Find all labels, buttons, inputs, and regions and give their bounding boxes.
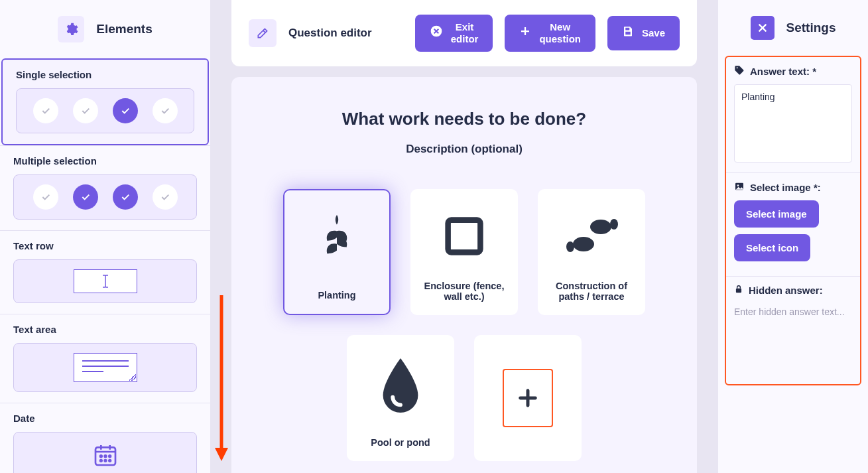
elements-sidebar: Elements Single selection Multiple selec… <box>0 0 210 473</box>
calendar-icon <box>92 442 119 470</box>
answer-text-label: Answer text: * <box>750 66 816 77</box>
answer-label: Construction of paths / terrace <box>547 281 636 302</box>
answer-text-section: Answer text: * <box>726 57 860 172</box>
tag-icon <box>734 65 745 78</box>
question-title[interactable]: What work needs to be done? <box>258 109 670 129</box>
close-circle-icon <box>430 25 443 42</box>
element-date[interactable]: Date <box>0 403 210 473</box>
new-question-button[interactable]: New question <box>505 15 595 52</box>
question-description[interactable]: Description (optional) <box>258 143 670 156</box>
settings-frame: Answer text: * Select image *: Select im… <box>725 56 861 385</box>
svg-point-6 <box>109 460 111 462</box>
element-text-area[interactable]: Text area <box>0 314 210 403</box>
question-canvas: What work needs to be done? Description … <box>231 77 697 473</box>
answer-card-pool[interactable]: Pool or pond <box>347 335 454 461</box>
answer-card-planting[interactable]: Planting <box>283 189 391 315</box>
element-label: Text area <box>13 324 197 335</box>
square-icon <box>438 210 490 264</box>
check-icon <box>33 184 58 210</box>
hidden-answer-label: Hidden answer: <box>749 285 823 296</box>
edit-icon <box>249 19 277 47</box>
select-image-button[interactable]: Select image <box>734 200 819 228</box>
element-label: Date <box>13 413 197 424</box>
element-single-selection[interactable]: Single selection <box>1 58 209 145</box>
select-image-label: Select image *: <box>750 182 821 193</box>
image-icon <box>734 181 745 194</box>
text-area-preview <box>13 343 197 392</box>
toolbar-title: Question editor <box>288 27 372 40</box>
multiple-selection-preview <box>13 174 197 220</box>
settings-title: Settings <box>786 21 836 35</box>
check-icon <box>113 98 138 123</box>
svg-point-3 <box>109 455 111 457</box>
svg-point-14 <box>566 241 574 252</box>
svg-rect-17 <box>736 289 741 293</box>
svg-point-5 <box>104 460 106 462</box>
save-label: Save <box>642 27 665 39</box>
select-icon-button[interactable]: Select icon <box>734 234 810 261</box>
check-icon <box>153 98 178 123</box>
element-label: Multiple selection <box>13 155 197 167</box>
exit-editor-label: Exit editor <box>451 21 479 45</box>
editor-stage: Question editor Exit editor New question… <box>210 0 718 473</box>
text-row-preview <box>13 259 197 303</box>
elements-header: Elements <box>0 0 210 58</box>
textarea-illustration <box>74 353 137 382</box>
plus-icon <box>503 369 553 427</box>
new-question-label: New question <box>539 21 581 45</box>
element-label: Text row <box>13 240 197 251</box>
element-text-row[interactable]: Text row <box>0 230 210 314</box>
answer-label: Enclosure (fence, wall etc.) <box>420 281 509 302</box>
add-answer-button[interactable] <box>474 335 582 461</box>
save-icon <box>622 25 634 41</box>
hidden-answer-input[interactable] <box>734 303 852 374</box>
close-settings-button[interactable] <box>751 16 775 40</box>
hidden-answer-section: Hidden answer: <box>726 276 860 384</box>
elements-title: Elements <box>96 22 152 36</box>
answer-cards: Planting Enclosure (fence, wall etc.) Co… <box>258 189 670 461</box>
answer-card-enclosure[interactable]: Enclosure (fence, wall etc.) <box>410 189 518 315</box>
svg-point-13 <box>610 219 618 230</box>
editor-toolbar: Question editor Exit editor New question… <box>231 0 697 66</box>
settings-header: Settings <box>718 0 868 56</box>
lock-icon <box>734 285 743 296</box>
answer-text-input[interactable] <box>734 84 852 163</box>
save-button[interactable]: Save <box>607 16 680 50</box>
check-icon <box>73 184 98 210</box>
svg-point-16 <box>737 184 739 186</box>
gear-icon <box>58 16 84 42</box>
plus-icon <box>519 25 531 41</box>
single-selection-preview <box>16 88 194 133</box>
svg-point-2 <box>104 455 106 457</box>
answer-label: Planting <box>318 290 355 301</box>
water-drop-icon <box>377 356 424 417</box>
check-icon <box>113 184 138 210</box>
plant-icon <box>311 212 363 265</box>
check-icon <box>153 184 178 210</box>
exit-editor-button[interactable]: Exit editor <box>415 15 493 52</box>
date-preview <box>13 432 197 473</box>
element-multiple-selection[interactable]: Multiple selection <box>0 145 210 230</box>
check-icon <box>33 98 58 123</box>
text-cursor-icon <box>74 269 137 293</box>
footsteps-icon <box>562 210 621 264</box>
settings-sidebar: Settings Answer text: * Select image *: … <box>718 0 868 473</box>
answer-label: Pool or pond <box>371 437 430 448</box>
select-image-section: Select image *: Select image Select icon <box>726 172 860 276</box>
check-icon <box>73 98 98 123</box>
element-label: Single selection <box>16 69 194 80</box>
svg-point-1 <box>100 455 102 457</box>
svg-point-4 <box>100 460 102 462</box>
svg-rect-10 <box>448 220 481 253</box>
svg-point-11 <box>590 220 611 234</box>
answer-card-paths[interactable]: Construction of paths / terrace <box>538 189 645 315</box>
svg-point-12 <box>573 237 594 251</box>
